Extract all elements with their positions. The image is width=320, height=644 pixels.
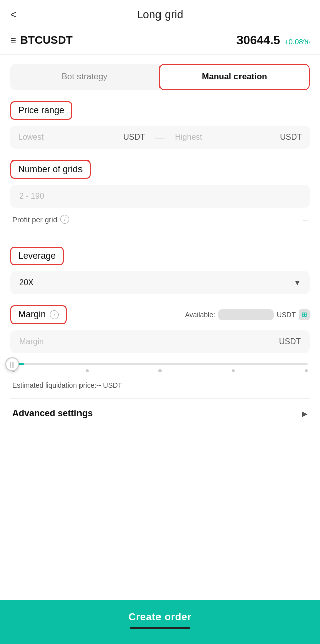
advanced-settings-label: Advanced settings	[12, 408, 93, 419]
leverage-value: 20X	[19, 278, 33, 287]
available-label: Available:	[185, 311, 215, 319]
price-separator: —	[153, 132, 167, 143]
slider-thumb-icon: |||	[10, 361, 14, 368]
symbol-price: 30644.5	[236, 33, 280, 47]
slider-dots	[12, 369, 308, 372]
margin-slider[interactable]: |||	[12, 363, 308, 372]
profit-label: Profit per grid i	[12, 215, 69, 224]
chevron-right-icon: ▶	[302, 409, 308, 418]
liquidation-text: Estimated liquidation price:-- USDT	[12, 381, 122, 389]
lowest-placeholder: Lowest	[18, 133, 119, 142]
margin-unit: USDT	[279, 337, 301, 346]
symbol-change: +0.08%	[284, 37, 310, 46]
highest-placeholder: Highest	[175, 133, 276, 142]
leverage-label: Leverage	[10, 247, 64, 265]
chevron-down-icon: ▼	[294, 279, 301, 287]
back-button[interactable]: <	[10, 8, 17, 21]
margin-input[interactable]: Margin USDT	[10, 330, 310, 353]
tab-bot-strategy[interactable]: Bot strategy	[10, 64, 159, 90]
lowest-unit: USDT	[123, 133, 145, 142]
grids-input[interactable]: 2 - 190	[10, 185, 310, 208]
margin-label: Margin i	[10, 305, 67, 324]
available-row: Available: USDT ⊞	[185, 309, 310, 320]
profit-label-text: Profit per grid	[12, 215, 57, 224]
slider-dot-2	[86, 369, 89, 372]
grids-placeholder: 2 - 190	[19, 192, 44, 200]
hamburger-icon[interactable]: ≡	[10, 35, 16, 46]
page-title: Long grid	[137, 8, 183, 21]
leverage-select[interactable]: 20X ▼	[10, 271, 310, 294]
margin-label-text: Margin	[18, 309, 46, 320]
profit-per-grid-row: Profit per grid i --	[10, 208, 310, 227]
margin-placeholder: Margin	[19, 337, 44, 346]
highest-price-input[interactable]: Highest USDT	[167, 126, 310, 149]
margin-header-row: Margin i Available: USDT ⊞	[10, 305, 310, 324]
copy-icon[interactable]: ⊞	[299, 309, 310, 320]
profit-info-icon[interactable]: i	[60, 215, 69, 224]
available-unit: USDT	[277, 311, 296, 319]
lowest-price-input[interactable]: Lowest USDT	[10, 126, 153, 149]
home-indicator	[130, 627, 190, 629]
highest-unit: USDT	[280, 133, 302, 142]
liquidation-row: Estimated liquidation price:-- USDT	[10, 376, 310, 394]
symbol-right: 30644.5 +0.08%	[236, 33, 310, 47]
profit-value: --	[303, 215, 308, 224]
symbol-name: BTCUSDT	[20, 34, 73, 47]
margin-info-icon[interactable]: i	[50, 310, 59, 319]
number-of-grids-label: Number of grids	[10, 160, 91, 179]
main-content: Price range Lowest USDT — Highest USDT N…	[0, 90, 320, 478]
price-range-label: Price range	[10, 101, 72, 120]
tab-row: Bot strategy Manual creation	[10, 64, 310, 90]
header: < Long grid	[0, 0, 320, 29]
price-range-row: Lowest USDT — Highest USDT	[10, 126, 310, 149]
advanced-settings-row[interactable]: Advanced settings ▶	[10, 398, 310, 428]
section-divider-1	[10, 231, 310, 231]
available-value	[218, 309, 274, 320]
symbol-left: ≡ BTCUSDT	[10, 34, 73, 47]
create-order-label: Create order	[129, 611, 192, 622]
create-order-button[interactable]: Create order	[0, 600, 320, 644]
slider-dot-3	[158, 369, 162, 372]
symbol-row: ≡ BTCUSDT 30644.5 +0.08%	[0, 29, 320, 55]
slider-dot-5	[305, 369, 308, 372]
slider-dot-4	[232, 369, 235, 372]
tab-manual-creation[interactable]: Manual creation	[159, 64, 310, 90]
bottom-spacer	[10, 428, 310, 478]
slider-track: |||	[12, 363, 308, 365]
slider-thumb[interactable]: |||	[5, 357, 19, 371]
